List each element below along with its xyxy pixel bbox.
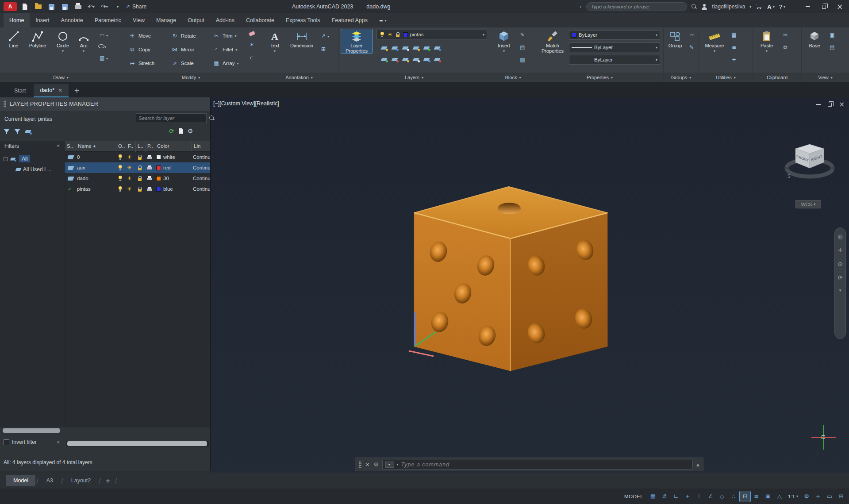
layer-row-dado[interactable]: dado 30 Continuous [65, 173, 210, 184]
layer-name[interactable]: aux [77, 162, 116, 173]
refresh-icon[interactable] [169, 127, 174, 135]
layer-freeze-icon[interactable] [402, 45, 409, 51]
text-dropdown-icon[interactable] [274, 49, 276, 53]
define-attributes-icon[interactable] [519, 43, 526, 51]
new-tab-button[interactable] [70, 84, 83, 97]
pan-icon[interactable] [838, 247, 843, 254]
layer-freeze-icon[interactable] [127, 154, 132, 160]
layer-list-scrollbar-track[interactable] [66, 441, 209, 446]
ellipse-tool-button[interactable] [98, 43, 108, 50]
match-properties-button[interactable]: Match Properties [539, 29, 566, 54]
block-panel-label[interactable]: Block [490, 73, 536, 82]
tab-view[interactable]: View [127, 13, 150, 27]
layer-copy-objects-icon[interactable] [434, 57, 441, 62]
layer-freeze-icon[interactable] [127, 165, 132, 171]
layer-lock-icon[interactable] [137, 154, 143, 160]
filter-tree-all-used[interactable]: All Used L... [16, 166, 52, 173]
zoom-icon[interactable] [838, 261, 843, 267]
layer-dropdown-arrow-icon[interactable] [483, 33, 484, 37]
layer-make-current-icon[interactable] [423, 57, 430, 62]
palette-header[interactable]: LAYER PROPERTIES MANAGER [0, 97, 210, 111]
grid-display-icon[interactable] [648, 491, 658, 502]
tab-insert[interactable]: Insert [30, 13, 55, 27]
filters-scrollbar[interactable] [3, 428, 60, 433]
layer-lock-icon[interactable] [137, 186, 143, 192]
fillet-button[interactable]: Fillet [212, 46, 237, 54]
linetype-dropdown[interactable]: ByLayer [569, 55, 660, 65]
viewport-minimize-control[interactable]: [−] [213, 100, 219, 107]
layer-linetype[interactable]: Continuous [193, 173, 210, 184]
annotation-scale-button[interactable]: 1:1 [786, 494, 800, 499]
command-prompt-icon[interactable]: ▸ [385, 462, 394, 468]
col-plot[interactable]: P.. [146, 141, 155, 152]
layout-tab-layout2[interactable]: Layout2 [64, 475, 98, 486]
arc-button[interactable]: Arc [74, 29, 93, 53]
layer-plot-icon[interactable] [146, 186, 153, 192]
draw-panel-label[interactable]: Draw [0, 73, 122, 82]
tree-expander-icon[interactable]: − [4, 157, 8, 161]
layer-match-icon[interactable] [423, 45, 430, 51]
layer-lock-icon[interactable] [137, 165, 143, 171]
plot-icon[interactable] [73, 2, 83, 12]
close-button[interactable] [834, 1, 845, 12]
tab-collaborate[interactable]: Collaborate [240, 13, 280, 27]
line-button[interactable]: Line [4, 29, 24, 48]
base-button[interactable]: Base [804, 29, 825, 48]
layer-states-manager-icon[interactable] [25, 129, 32, 135]
ungroup-icon[interactable] [688, 31, 695, 39]
new-layout-button[interactable] [102, 474, 114, 487]
layer-color[interactable]: red [156, 162, 192, 173]
tab-home[interactable]: Home [4, 13, 30, 27]
workspace-gear-icon[interactable] [801, 491, 812, 502]
new-layer-icon[interactable] [179, 128, 183, 134]
minimize-button[interactable] [802, 1, 814, 12]
layer-properties-button[interactable]: Layer Properties [341, 29, 372, 54]
recent-commands-icon[interactable] [696, 462, 699, 467]
quick-select-icon[interactable] [730, 31, 738, 39]
object-snap-icon[interactable] [740, 491, 750, 502]
offset-icon[interactable] [248, 54, 256, 62]
layer-row-0[interactable]: 0 white Continuous [65, 152, 210, 162]
col-linetype[interactable]: Lin [192, 141, 211, 152]
annotation-monitor-icon[interactable] [813, 491, 823, 502]
circle-dropdown-icon[interactable] [62, 49, 64, 53]
isolate-objects-icon[interactable] [824, 491, 835, 502]
expand-arrow-icon[interactable] [580, 4, 582, 10]
isodraft-icon[interactable] [717, 491, 727, 502]
paste-dropdown-icon[interactable] [766, 49, 768, 53]
insert-dropdown-icon[interactable] [503, 49, 505, 53]
layer-name[interactable]: pintas [77, 184, 116, 194]
layer-name[interactable]: dado [77, 173, 116, 184]
layer-search-input[interactable] [138, 115, 207, 121]
erase-icon[interactable] [248, 31, 255, 37]
snap-mode-icon[interactable] [659, 491, 670, 502]
app-store-cart-icon[interactable] [756, 4, 763, 9]
viewport-view-control[interactable]: [Custom View] [219, 100, 255, 107]
annotation-panel-label[interactable]: Annotation [260, 73, 338, 82]
paste-button[interactable]: Paste [756, 29, 778, 53]
layer-linetype[interactable]: Continuous [193, 184, 210, 194]
hatch-tool-button[interactable] [98, 54, 108, 62]
layer-linetype[interactable]: Continuous [193, 162, 210, 173]
drawing-close-icon[interactable] [839, 100, 845, 108]
layer-on-icon[interactable] [117, 186, 123, 192]
command-input-field[interactable]: ▸ [382, 460, 693, 469]
infer-constraints-icon[interactable] [671, 491, 681, 502]
user-menu-arrow-icon[interactable] [749, 5, 751, 9]
wcs-button[interactable]: WCS [795, 200, 821, 208]
customize-wrench-icon[interactable] [373, 461, 379, 468]
viewport-icon[interactable] [828, 31, 836, 39]
layer-on-icon[interactable] [117, 165, 123, 171]
file-tab-dado[interactable]: dado* [34, 84, 69, 97]
model-space-button[interactable]: MODEL [621, 494, 647, 499]
command-line-bar[interactable]: ▸ [355, 458, 703, 471]
group-edit-icon[interactable] [688, 43, 695, 51]
dynamic-input-icon[interactable] [682, 491, 693, 502]
layer-linetype[interactable]: Continuous [193, 152, 210, 162]
viewport-visual-style-control[interactable]: [Realistic] [255, 100, 279, 107]
save-icon[interactable] [46, 2, 57, 12]
restore-button[interactable] [818, 1, 830, 12]
layers-panel-label[interactable]: Layers [338, 73, 490, 82]
lineweight-dropdown[interactable]: ByLayer [569, 42, 660, 52]
view-panel-label[interactable]: View [802, 73, 849, 82]
